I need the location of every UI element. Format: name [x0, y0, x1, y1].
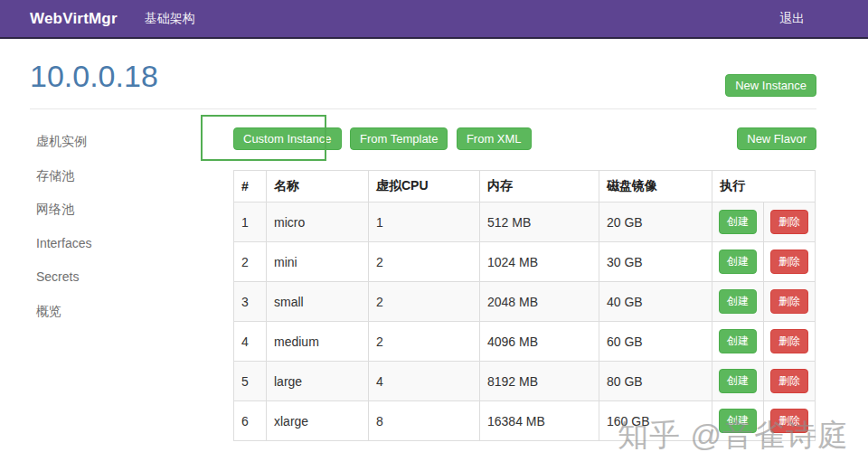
page-header: 10.0.0.18 New Instance [30, 39, 816, 97]
body-row: 虚机实例 存储池 网络池 Interfaces Secrets 概览 Custo… [30, 109, 816, 441]
instance-toolbar: Custom Instance From Template From XML N… [233, 127, 816, 150]
row-number: 5 [234, 362, 267, 401]
flavors-table: # 名称 虚拟CPU 内存 磁盘镜像 执行 1 micro 1 512 MB 2… [233, 170, 816, 441]
toolbar-left-group: Custom Instance From Template From XML [233, 127, 536, 150]
table-row: 1 micro 1 512 MB 20 GB 创建 删除 [234, 203, 816, 242]
row-number: 2 [234, 242, 267, 282]
flavor-disk: 20 GB [599, 203, 712, 242]
sidebar-item-instances[interactable]: 虚机实例 [36, 135, 233, 148]
create-button[interactable]: 创建 [719, 250, 757, 274]
flavor-disk: 40 GB [599, 282, 712, 322]
flavor-vcpu: 1 [369, 203, 480, 242]
flavor-memory: 4096 MB [480, 322, 599, 362]
col-header-memory: 内存 [480, 171, 599, 203]
flavor-disk: 80 GB [599, 362, 712, 401]
flavors-table-header: # 名称 虚拟CPU 内存 磁盘镜像 执行 [234, 171, 816, 203]
flavor-vcpu: 4 [369, 362, 480, 401]
table-row: 5 large 4 8192 MB 80 GB 创建 删除 [234, 362, 816, 401]
sidebar-item-interfaces[interactable]: Interfaces [36, 237, 233, 250]
new-instance-button[interactable]: New Instance [725, 74, 816, 97]
create-cell: 创建 [712, 282, 764, 322]
flavor-name: small [267, 282, 369, 322]
from-xml-button[interactable]: From XML [457, 127, 532, 150]
row-number: 4 [234, 322, 267, 362]
nav-item-infrastructure[interactable]: 基础架构 [145, 11, 195, 27]
delete-button[interactable]: 删除 [770, 369, 808, 393]
create-button[interactable]: 创建 [719, 329, 757, 353]
create-cell: 创建 [712, 242, 764, 282]
create-cell: 创建 [712, 401, 764, 441]
create-button[interactable]: 创建 [719, 409, 757, 433]
flavor-disk: 30 GB [599, 242, 712, 282]
delete-cell: 删除 [764, 203, 816, 242]
delete-button[interactable]: 删除 [770, 329, 808, 353]
row-number: 1 [234, 203, 267, 242]
flavor-name: micro [267, 203, 369, 242]
table-row: 2 mini 2 1024 MB 30 GB 创建 删除 [234, 242, 816, 282]
flavor-vcpu: 2 [369, 322, 480, 362]
page-title: 10.0.0.18 [30, 59, 158, 93]
sidebar-item-networks[interactable]: 网络池 [36, 203, 233, 216]
row-number: 6 [234, 401, 267, 441]
flavor-memory: 512 MB [480, 203, 599, 242]
flavor-name: medium [267, 322, 369, 362]
delete-cell: 删除 [764, 362, 816, 401]
col-header-name: 名称 [267, 171, 369, 203]
create-button[interactable]: 创建 [719, 369, 757, 393]
navbar: WebVirtMgr 基础架构 退出 [0, 0, 868, 39]
flavor-vcpu: 2 [369, 242, 480, 282]
create-button[interactable]: 创建 [719, 289, 757, 314]
delete-button[interactable]: 删除 [770, 250, 808, 274]
delete-button[interactable]: 删除 [770, 210, 808, 234]
col-header-disk: 磁盘镜像 [599, 171, 712, 203]
col-header-number: # [234, 171, 267, 203]
row-number: 3 [234, 282, 267, 322]
flavor-name: xlarge [267, 401, 369, 441]
col-header-actions: 执行 [712, 171, 816, 203]
flavor-vcpu: 2 [369, 282, 480, 322]
main-content: Custom Instance From Template From XML N… [233, 109, 816, 441]
flavor-memory: 16384 MB [480, 401, 599, 441]
sidebar-item-storages[interactable]: 存储池 [36, 169, 233, 183]
new-flavor-button[interactable]: New Flavor [737, 127, 816, 150]
create-cell: 创建 [712, 203, 764, 242]
delete-cell: 删除 [764, 282, 816, 322]
custom-instance-button[interactable]: Custom Instance [233, 127, 342, 150]
create-cell: 创建 [712, 322, 764, 362]
flavor-memory: 2048 MB [480, 282, 599, 322]
flavor-vcpu: 8 [369, 401, 480, 441]
create-cell: 创建 [712, 362, 764, 401]
sidebar: 虚机实例 存储池 网络池 Interfaces Secrets 概览 [30, 109, 233, 441]
table-row: 4 medium 2 4096 MB 60 GB 创建 删除 [234, 322, 816, 362]
delete-cell: 删除 [764, 242, 816, 282]
delete-button[interactable]: 删除 [770, 409, 808, 433]
flavor-disk: 60 GB [599, 322, 712, 362]
page-container: 10.0.0.18 New Instance 虚机实例 存储池 网络池 Inte… [30, 39, 816, 441]
sidebar-item-secrets[interactable]: Secrets [36, 270, 233, 284]
flavor-memory: 8192 MB [480, 362, 599, 401]
create-button[interactable]: 创建 [719, 210, 757, 234]
delete-cell: 删除 [764, 322, 816, 362]
nav-logout[interactable]: 退出 [779, 11, 805, 27]
delete-cell: 删除 [764, 401, 816, 441]
table-row: 6 xlarge 8 16384 MB 160 GB 创建 删除 [234, 401, 816, 441]
col-header-vcpu: 虚拟CPU [369, 171, 480, 203]
flavor-memory: 1024 MB [480, 242, 599, 282]
table-row: 3 small 2 2048 MB 40 GB 创建 删除 [234, 282, 816, 322]
flavor-name: mini [267, 242, 369, 282]
flavor-disk: 160 GB [599, 401, 712, 441]
sidebar-item-overview[interactable]: 概览 [36, 305, 233, 318]
flavor-name: large [267, 362, 369, 401]
from-template-button[interactable]: From Template [350, 127, 448, 150]
delete-button[interactable]: 删除 [770, 289, 808, 314]
app-brand[interactable]: WebVirtMgr [30, 10, 118, 28]
flavor-table-body: 1 micro 1 512 MB 20 GB 创建 删除 2 mini 2 10… [234, 203, 816, 441]
